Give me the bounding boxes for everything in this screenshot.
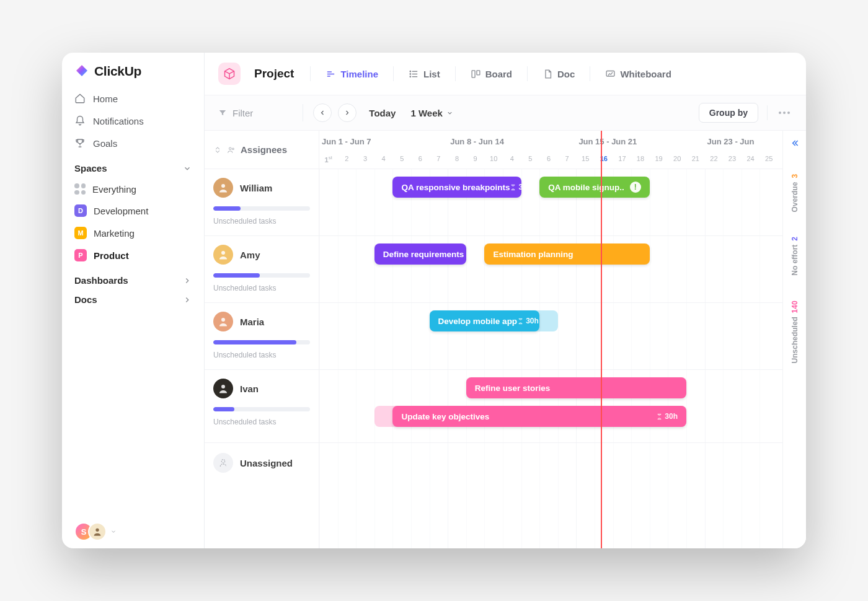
view-tab-whiteboard[interactable]: Whiteboard bbox=[604, 66, 673, 82]
sidebar-everything[interactable]: Everything bbox=[62, 178, 204, 200]
assignee-row-maria[interactable]: MariaUnscheduled tasks bbox=[205, 303, 319, 370]
today-button[interactable]: Today bbox=[369, 108, 396, 118]
timeline-lane[interactable]: Develop mobile app30h bbox=[319, 303, 782, 370]
day-cell: 5 bbox=[521, 155, 540, 162]
task-label: Update key objectives bbox=[401, 412, 489, 421]
task-bar[interactable]: QA responsive breakpoints30h bbox=[392, 177, 521, 198]
view-tab-doc[interactable]: Doc bbox=[541, 66, 576, 82]
timeline-header: 1st234567891045671516171819202122232425 … bbox=[319, 131, 782, 169]
week-label: Jun 15 - Jun 21 bbox=[578, 137, 637, 146]
status-count: 3 bbox=[790, 174, 799, 178]
svg-point-13 bbox=[221, 460, 224, 463]
list-icon bbox=[409, 69, 419, 79]
assignee-row-william[interactable]: WilliamUnscheduled tasks bbox=[205, 169, 319, 236]
chevrons-left-icon bbox=[790, 138, 800, 148]
unscheduled-tasks-label[interactable]: Unscheduled tasks bbox=[213, 418, 310, 426]
day-cell: 4 bbox=[374, 155, 393, 162]
day-cell: 10 bbox=[484, 155, 503, 162]
filter-icon bbox=[218, 108, 227, 117]
timeline-lane[interactable]: Refine user storiesUpdate key objectives… bbox=[319, 370, 782, 443]
status-unscheduled[interactable]: Unscheduled 140 bbox=[790, 300, 799, 363]
nav-home[interactable]: Home bbox=[62, 87, 204, 110]
workload-bar bbox=[213, 407, 310, 411]
svg-point-12 bbox=[221, 385, 225, 388]
svg-point-7 bbox=[229, 147, 232, 149]
svg-point-10 bbox=[221, 251, 225, 255]
day-cell: 18 bbox=[631, 155, 650, 162]
sidebar-space-marketing[interactable]: MMarketing bbox=[62, 222, 204, 244]
sidebar-footer[interactable]: S bbox=[62, 522, 204, 541]
svg-point-1 bbox=[410, 71, 410, 71]
nav-notifications[interactable]: Notifications bbox=[62, 110, 204, 132]
status-no-effort[interactable]: No effort 2 bbox=[790, 237, 799, 276]
unscheduled-tasks-label[interactable]: Unscheduled tasks bbox=[213, 217, 310, 226]
grouping-label: Assignees bbox=[241, 144, 287, 155]
unassigned-label: Unassigned bbox=[240, 458, 293, 468]
svg-point-0 bbox=[95, 529, 99, 532]
day-cell: 2 bbox=[338, 155, 356, 162]
more-menu-button[interactable] bbox=[776, 109, 792, 116]
groupby-button[interactable]: Group by bbox=[699, 103, 758, 123]
chevron-right-icon bbox=[183, 296, 192, 304]
sidebar-dashboards[interactable]: Dashboards bbox=[62, 266, 204, 291]
sidebar-docs[interactable]: Docs bbox=[62, 291, 204, 310]
workload-bar bbox=[213, 273, 310, 278]
svg-point-9 bbox=[221, 184, 225, 188]
spaces-header[interactable]: Spaces bbox=[62, 154, 204, 178]
timeline-lane[interactable]: QA responsive breakpoints30hQA mobile si… bbox=[319, 169, 782, 236]
task-bar[interactable]: Define requirements bbox=[374, 243, 466, 265]
task-bar[interactable]: QA mobile signup..! bbox=[539, 177, 650, 198]
task-bar[interactable]: Refine user stories bbox=[466, 377, 686, 398]
task-bar[interactable]: Estimation planning bbox=[484, 243, 649, 265]
timeline-next-button[interactable] bbox=[338, 103, 356, 122]
task-bar[interactable]: Develop mobile app30h bbox=[430, 310, 540, 331]
status-overdue[interactable]: Overdue 3 bbox=[790, 174, 799, 212]
timeline-grid[interactable]: 1st234567891045671516171819202122232425 … bbox=[319, 131, 782, 548]
timeline: Assignees WilliamUnscheduled tasksAmyUns… bbox=[205, 131, 806, 548]
unscheduled-tasks-label[interactable]: Unscheduled tasks bbox=[213, 351, 310, 359]
task-label: Develop mobile app bbox=[438, 317, 518, 326]
day-cell: 6 bbox=[411, 155, 430, 162]
assignee-row-amy[interactable]: AmyUnscheduled tasks bbox=[205, 236, 319, 303]
whiteboard-icon bbox=[605, 69, 616, 79]
assignee-row-ivan[interactable]: IvanUnscheduled tasks bbox=[205, 370, 319, 443]
grouping-header[interactable]: Assignees bbox=[205, 131, 319, 169]
day-cell: 5 bbox=[392, 155, 411, 162]
clickup-logo-icon bbox=[74, 64, 89, 79]
day-cell: 19 bbox=[650, 155, 668, 162]
day-cell: 25 bbox=[760, 155, 778, 162]
svg-rect-6 bbox=[607, 71, 615, 76]
task-bar[interactable]: Update key objectives30h bbox=[392, 406, 686, 427]
people-icon bbox=[227, 146, 236, 154]
svg-point-8 bbox=[232, 147, 234, 149]
view-tab-board[interactable]: Board bbox=[469, 66, 513, 82]
task-hours: 30h bbox=[517, 317, 539, 325]
svg-rect-4 bbox=[472, 70, 475, 77]
docs-label: Docs bbox=[74, 294, 97, 305]
unscheduled-tasks-label[interactable]: Unscheduled tasks bbox=[213, 284, 310, 292]
space-label: Development bbox=[94, 206, 148, 216]
assignee-row-unassigned[interactable]: Unassigned bbox=[205, 443, 319, 483]
filter-button[interactable]: Filter bbox=[218, 108, 253, 118]
day-cell: 24 bbox=[742, 155, 760, 162]
timeline-lane[interactable]: Define requirementsEstimation planning bbox=[319, 236, 782, 303]
timeline-prev-button[interactable] bbox=[313, 103, 332, 122]
space-badge: M bbox=[74, 227, 87, 239]
svg-point-3 bbox=[410, 76, 410, 77]
sidebar-space-product[interactable]: PProduct bbox=[62, 244, 204, 266]
nav-goals[interactable]: Goals bbox=[62, 132, 204, 154]
brand-name: ClickUp bbox=[94, 64, 141, 79]
hourglass-icon bbox=[656, 413, 663, 420]
chevron-down-icon bbox=[110, 529, 117, 535]
chevron-right-icon bbox=[183, 276, 192, 285]
status-strip: Overdue 3No effort 2Unscheduled 140 bbox=[782, 131, 806, 548]
brand-logo[interactable]: ClickUp bbox=[62, 64, 204, 87]
view-tab-timeline[interactable]: Timeline bbox=[324, 66, 379, 82]
filter-label: Filter bbox=[232, 108, 253, 118]
task-label: QA responsive breakpoints bbox=[401, 183, 510, 192]
view-tab-list[interactable]: List bbox=[407, 66, 441, 82]
range-selector[interactable]: 1 Week bbox=[410, 108, 453, 118]
workload-bar bbox=[213, 340, 310, 344]
collapse-panel-button[interactable] bbox=[790, 138, 800, 151]
sidebar-space-development[interactable]: DDevelopment bbox=[62, 200, 204, 222]
